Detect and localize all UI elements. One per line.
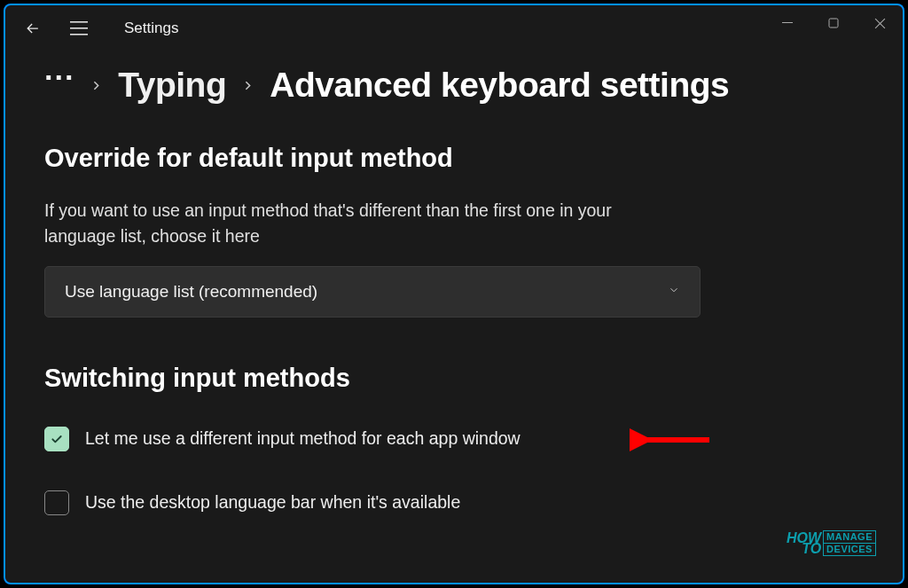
override-section-title: Override for default input method [44, 144, 864, 173]
close-icon [874, 18, 886, 29]
close-button[interactable] [857, 5, 903, 41]
checkmark-icon [50, 432, 64, 446]
watermark: HOW TO MANAGE DEVICES [787, 530, 876, 556]
input-method-select[interactable]: Use language list (recommended) [44, 266, 701, 318]
checkbox-label: Let me use a different input method for … [85, 428, 521, 449]
checkbox-label: Use the desktop language bar when it's a… [85, 492, 460, 513]
maximize-button[interactable] [810, 5, 857, 41]
select-value-label: Use language list (recommended) [65, 282, 317, 302]
checkbox-different-input[interactable] [44, 427, 69, 451]
back-button[interactable] [18, 13, 48, 43]
window-controls [764, 5, 903, 41]
settings-window: Settings ··· Typing Advanced keyboard se… [4, 4, 904, 584]
svg-rect-4 [829, 19, 838, 27]
breadcrumb: ··· Typing Advanced keyboard settings [44, 66, 864, 105]
breadcrumb-typing[interactable]: Typing [118, 66, 226, 105]
app-title: Settings [124, 20, 178, 37]
titlebar: Settings [5, 5, 903, 51]
menu-button[interactable] [64, 13, 94, 43]
chevron-right-icon [240, 78, 255, 93]
override-section-desc: If you want to use an input method that'… [44, 198, 683, 250]
checkbox-language-bar[interactable] [44, 490, 69, 515]
switching-section-title: Switching input methods [44, 364, 864, 393]
svg-rect-3 [782, 22, 793, 23]
breadcrumb-current: Advanced keyboard settings [270, 66, 729, 105]
chevron-right-icon [89, 78, 104, 93]
hamburger-icon [70, 21, 88, 35]
annotation-arrow-icon [630, 422, 714, 458]
svg-rect-1 [70, 27, 88, 29]
minimize-button[interactable] [764, 5, 810, 41]
svg-rect-2 [70, 34, 88, 35]
option-desktop-language-bar: Use the desktop language bar when it's a… [44, 490, 864, 515]
option-different-input-per-window: Let me use a different input method for … [44, 427, 864, 451]
minimize-icon [782, 18, 793, 28]
svg-rect-0 [70, 21, 88, 23]
arrow-left-icon [24, 20, 42, 37]
breadcrumb-more[interactable]: ··· [44, 73, 74, 98]
content-area: ··· Typing Advanced keyboard settings Ov… [5, 51, 903, 515]
maximize-icon [828, 18, 839, 28]
chevron-down-icon [668, 284, 680, 300]
